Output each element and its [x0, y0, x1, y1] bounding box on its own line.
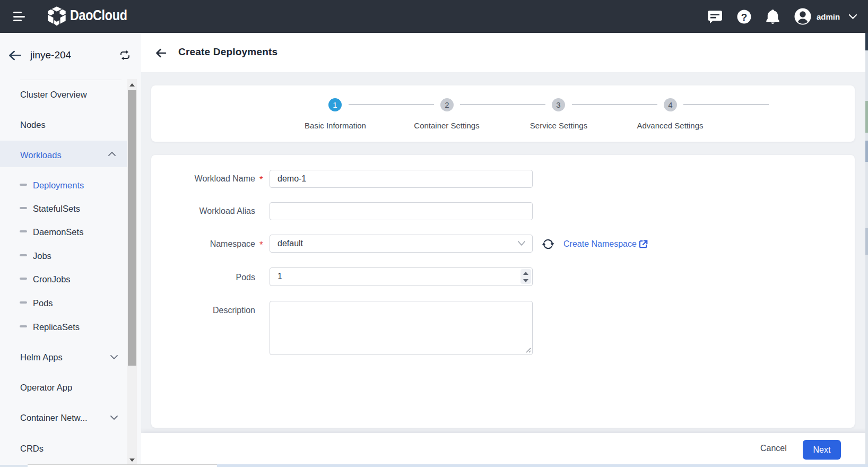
svg-text:?: ?	[741, 12, 748, 23]
